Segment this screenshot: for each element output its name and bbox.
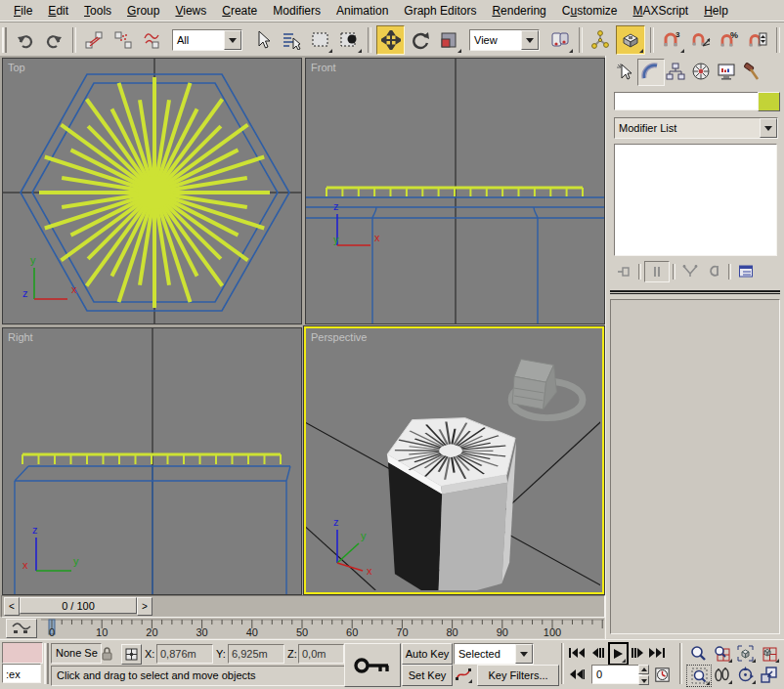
track-bar[interactable]: 0102030405060708090100 — [0, 618, 604, 638]
viewport-top-label[interactable]: Top — [8, 62, 25, 73]
next-frame-button[interactable] — [629, 643, 645, 663]
key-mode-toggle-button[interactable] — [566, 665, 588, 684]
tab-motion[interactable] — [688, 59, 714, 84]
spinner-down-icon[interactable] — [638, 675, 649, 685]
chevron-down-icon[interactable] — [521, 30, 539, 50]
show-end-result-button[interactable] — [644, 261, 670, 282]
y-coordinate-field[interactable]: 6,925m — [228, 644, 284, 664]
bind-to-space-warp-button[interactable] — [139, 26, 165, 54]
menu-item-tools[interactable]: Tools — [76, 1, 119, 21]
select-and-scale-button[interactable] — [436, 26, 462, 54]
viewport-perspective[interactable]: Perspective — [304, 326, 604, 594]
pin-stack-button[interactable] — [612, 264, 635, 280]
rectangular-selection-region-button[interactable] — [307, 26, 333, 54]
menu-item-group[interactable]: Group — [119, 1, 167, 21]
menu-item-create[interactable]: Create — [214, 1, 265, 21]
redo-button[interactable] — [40, 26, 66, 54]
zoom-extents-button[interactable] — [733, 643, 757, 664]
key-filters-button[interactable]: Key Filters... — [477, 665, 559, 686]
menu-item-modifiers[interactable]: Modifiers — [265, 1, 328, 21]
select-and-move-button[interactable] — [376, 25, 405, 55]
tab-hierarchy[interactable] — [663, 59, 688, 84]
maximize-viewport-toggle-button[interactable] — [757, 665, 780, 685]
use-center-flyout-button[interactable] — [546, 26, 573, 54]
viewport-perspective-label[interactable]: Perspective — [311, 331, 367, 343]
snaps-cube-toggle-button[interactable] — [616, 25, 644, 55]
reference-coordinate-system-select[interactable]: View — [469, 29, 540, 51]
zoom-extents-all-button[interactable] — [757, 643, 780, 664]
snaps-toggle-button[interactable]: 3 — [659, 26, 685, 54]
open-mini-curve-editor-button[interactable] — [6, 619, 37, 638]
macro-recorder-pane[interactable] — [2, 642, 43, 664]
modifier-stack-list[interactable] — [614, 144, 777, 256]
arc-rotate-button[interactable] — [733, 665, 757, 685]
tab-display[interactable] — [714, 59, 739, 84]
selection-lock-toggle-button[interactable] — [99, 644, 115, 662]
default-tangents-button[interactable] — [454, 665, 473, 684]
configure-modifier-sets-button[interactable] — [734, 264, 758, 280]
z-coordinate-field[interactable]: 0,0m — [298, 644, 344, 664]
object-color-swatch[interactable] — [758, 92, 780, 111]
x-coordinate-field[interactable]: 0,876m — [156, 644, 213, 664]
remove-modifier-button[interactable] — [702, 264, 725, 280]
selection-filter-select[interactable]: All — [172, 29, 242, 51]
unlink-selection-button[interactable] — [109, 26, 136, 54]
menu-item-graph-editors[interactable]: Graph Editors — [396, 1, 484, 21]
pan-walk-through-button[interactable] — [710, 665, 733, 685]
toolbar-grip[interactable] — [2, 27, 7, 53]
tab-modify[interactable] — [637, 59, 665, 86]
select-by-name-button[interactable] — [279, 26, 305, 54]
play-animation-button[interactable] — [608, 642, 629, 666]
angle-snap-toggle-button[interactable] — [687, 26, 714, 54]
menu-item-animation[interactable]: Animation — [328, 1, 396, 21]
tab-utilities[interactable] — [739, 59, 764, 84]
track-bar-ruler[interactable]: 0102030405060708090100 — [41, 618, 604, 638]
menu-item-customize[interactable]: Customize — [554, 1, 626, 21]
time-configuration-button[interactable] — [653, 665, 672, 684]
set-key-button[interactable]: Set Key — [402, 665, 453, 686]
modifier-list-select[interactable]: Modifier List — [614, 117, 778, 139]
make-unique-button[interactable] — [678, 264, 702, 280]
tab-create[interactable] — [612, 59, 637, 84]
previous-frame-arrow-button[interactable]: < — [4, 597, 20, 616]
select-and-manipulate-button[interactable] — [588, 26, 614, 54]
zoom-all-button[interactable] — [710, 643, 733, 664]
maxscript-mini-listener[interactable]: :ex — [2, 664, 41, 683]
next-frame-arrow-button[interactable]: > — [137, 597, 152, 616]
absolute-mode-transform-type-in-button[interactable] — [121, 644, 142, 665]
viewport-top[interactable]: Top y z x — [2, 58, 302, 324]
menu-item-maxscript[interactable]: MAXScript — [626, 1, 697, 21]
previous-frame-button[interactable] — [589, 643, 606, 663]
chevron-down-icon[interactable] — [515, 644, 533, 664]
set-keys-button[interactable] — [344, 643, 401, 687]
object-name-field[interactable] — [614, 92, 759, 110]
undo-button[interactable] — [12, 26, 38, 54]
select-object-button[interactable] — [249, 26, 276, 54]
window-crossing-toggle-button[interactable] — [335, 26, 362, 54]
chevron-down-icon[interactable] — [224, 30, 241, 50]
menu-item-rendering[interactable]: Rendering — [484, 1, 553, 21]
chevron-down-icon[interactable] — [760, 118, 777, 138]
key-mode-select[interactable]: Selected — [454, 643, 534, 665]
viewport-right-label[interactable]: Right — [8, 331, 33, 343]
zoom-button[interactable] — [686, 643, 710, 664]
spinner-snap-toggle-button[interactable] — [745, 26, 771, 54]
status-splitter[interactable] — [44, 643, 49, 684]
viewport-right[interactable]: Right z x y — [2, 327, 302, 595]
frame-spinner[interactable] — [638, 665, 649, 684]
select-and-rotate-button[interactable] — [407, 26, 433, 54]
auto-key-button[interactable]: Auto Key — [402, 643, 453, 665]
rollout-area[interactable] — [610, 299, 780, 634]
select-and-link-button[interactable] — [81, 26, 108, 54]
menu-item-help[interactable]: Help — [696, 1, 736, 21]
time-slider-handle[interactable]: < 0 / 100 > — [4, 597, 152, 614]
percent-snap-toggle-button[interactable]: % — [716, 26, 742, 54]
zoom-region-button[interactable] — [686, 665, 712, 687]
spinner-up-icon[interactable] — [638, 665, 649, 674]
viewport-front[interactable]: Front z y x — [305, 58, 605, 324]
go-to-end-button[interactable] — [646, 643, 668, 663]
viewport-front-label[interactable]: Front — [311, 62, 336, 73]
time-slider-track[interactable]: < 0 / 100 > — [1, 595, 605, 618]
go-to-start-button[interactable] — [566, 643, 588, 663]
menu-item-file[interactable]: File — [6, 1, 40, 21]
